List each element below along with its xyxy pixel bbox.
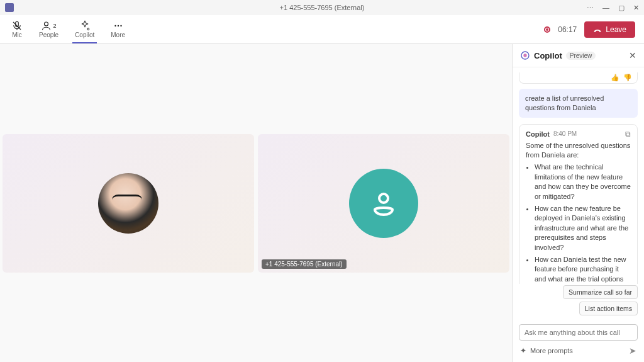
more-button[interactable]: More (108, 19, 128, 40)
window-title: +1 425-555-7695 (External) (80, 4, 564, 11)
copilot-tab-button[interactable]: Copilot (72, 19, 97, 40)
svg-point-9 (523, 54, 526, 57)
svg-point-6 (120, 25, 121, 26)
participant-tile-external[interactable]: +1 425-555-7695 (External) (258, 134, 509, 273)
svg-point-3 (87, 28, 89, 30)
call-toolbar: Mic 2 People Copilot More 06:17 Leave (0, 15, 644, 44)
leave-label: Leave (606, 25, 626, 34)
response-bullet: How can Daniela test the new feature bef… (535, 255, 631, 284)
recording-indicator-icon (544, 26, 550, 33)
video-stage: +1 425-555-7695 (External) (0, 44, 512, 362)
response-intro: Some of the unresolved questions from Da… (526, 141, 631, 161)
svg-point-5 (117, 25, 118, 26)
panel-close-button[interactable]: ✕ (629, 50, 636, 60)
response-sender: Copilot (526, 130, 550, 138)
thumbs-down-icon[interactable]: 👎 (623, 74, 632, 82)
mic-label: Mic (12, 31, 22, 38)
copilot-panel: Copilot Preview ✕ 👍 👎 create a list of u… (512, 44, 644, 362)
hangup-icon (593, 25, 602, 34)
svg-point-2 (44, 22, 48, 26)
suggestion-chip[interactable]: Summarize call so far (563, 285, 638, 299)
call-timer: 06:17 (558, 25, 577, 34)
window-more-icon[interactable]: ⋯ (587, 4, 594, 12)
more-icon (113, 20, 124, 31)
svg-point-4 (114, 25, 116, 26)
window-minimize-icon[interactable]: — (602, 4, 609, 11)
copy-response-button[interactable]: ⧉ (625, 130, 631, 139)
svg-point-7 (379, 194, 388, 203)
sparkle-icon[interactable]: ✦ (520, 346, 526, 355)
titlebar: +1 425-555-7695 (External) ⋯ — ▢ ✕ (0, 0, 644, 15)
send-button[interactable]: ➤ (629, 346, 636, 356)
window-maximize-icon[interactable]: ▢ (618, 4, 625, 12)
response-bullet: What are the technical limitations of th… (535, 162, 631, 201)
copilot-logo-icon (520, 50, 530, 60)
response-bullet: How can the new feature be deployed in D… (535, 204, 631, 252)
suggestion-chip[interactable]: List action items (579, 302, 638, 315)
leave-button[interactable]: Leave (584, 21, 635, 38)
preview-badge: Preview (566, 52, 596, 60)
app-icon (5, 3, 14, 12)
more-prompts-link[interactable]: More prompts (530, 347, 573, 354)
copilot-response-card: Copilot 8:40 PM ⧉ Some of the unresolved… (519, 124, 638, 284)
mic-button[interactable]: Mic (9, 19, 25, 40)
main-area: +1 425-555-7695 (External) Copilot Previ… (0, 44, 644, 362)
copilot-panel-header: Copilot Preview ✕ (513, 44, 644, 67)
copilot-tab-label: Copilot (75, 31, 94, 38)
window-close-icon[interactable]: ✕ (633, 4, 639, 12)
copilot-input[interactable] (519, 324, 638, 341)
people-label: People (39, 31, 58, 38)
people-button[interactable]: 2 People (36, 19, 61, 40)
copilot-panel-title: Copilot (534, 51, 562, 60)
participant-name-badge: +1 425-555-7695 (External) (262, 259, 347, 269)
copilot-icon (79, 20, 91, 31)
response-time: 8:40 PM (553, 130, 577, 137)
more-label: More (111, 31, 125, 38)
thumbs-up-icon[interactable]: 👍 (611, 74, 619, 82)
avatar-placeholder-icon (349, 169, 418, 238)
people-count: 2 (53, 23, 57, 29)
response-bullet-list: What are the technical limitations of th… (535, 162, 631, 284)
previous-card-tail: 👍 👎 (519, 72, 638, 84)
copilot-thread: 👍 👎 create a list of unresolved question… (513, 67, 644, 284)
avatar-photo (98, 173, 158, 234)
mic-off-icon (11, 20, 23, 31)
participant-tile-self[interactable] (3, 134, 254, 273)
people-icon: 2 (42, 20, 57, 31)
user-message-bubble: create a list of unresolved questions fr… (519, 89, 638, 118)
